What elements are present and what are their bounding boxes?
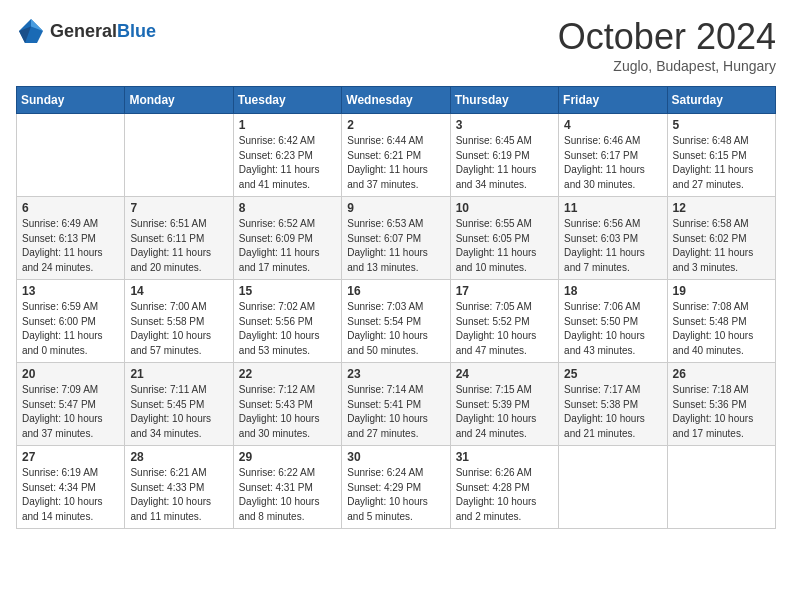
day-number: 12	[673, 201, 770, 215]
calendar-cell: 26Sunrise: 7:18 AMSunset: 5:36 PMDayligh…	[667, 363, 775, 446]
day-number: 18	[564, 284, 661, 298]
cell-info: Sunrise: 7:09 AMSunset: 5:47 PMDaylight:…	[22, 384, 103, 439]
title-block: October 2024 Zuglo, Budapest, Hungary	[558, 16, 776, 74]
calendar-cell: 17Sunrise: 7:05 AMSunset: 5:52 PMDayligh…	[450, 280, 558, 363]
calendar-cell: 12Sunrise: 6:58 AMSunset: 6:02 PMDayligh…	[667, 197, 775, 280]
day-number: 24	[456, 367, 553, 381]
month-title: October 2024	[558, 16, 776, 58]
week-row-1: 1Sunrise: 6:42 AMSunset: 6:23 PMDaylight…	[17, 114, 776, 197]
cell-info: Sunrise: 6:42 AMSunset: 6:23 PMDaylight:…	[239, 135, 320, 190]
calendar-cell: 2Sunrise: 6:44 AMSunset: 6:21 PMDaylight…	[342, 114, 450, 197]
calendar-cell: 7Sunrise: 6:51 AMSunset: 6:11 PMDaylight…	[125, 197, 233, 280]
cell-info: Sunrise: 7:06 AMSunset: 5:50 PMDaylight:…	[564, 301, 645, 356]
logo-text: GeneralBlue	[50, 21, 156, 42]
calendar-cell: 3Sunrise: 6:45 AMSunset: 6:19 PMDaylight…	[450, 114, 558, 197]
day-number: 14	[130, 284, 227, 298]
calendar-cell: 9Sunrise: 6:53 AMSunset: 6:07 PMDaylight…	[342, 197, 450, 280]
day-header-saturday: Saturday	[667, 87, 775, 114]
calendar-cell: 20Sunrise: 7:09 AMSunset: 5:47 PMDayligh…	[17, 363, 125, 446]
calendar-cell: 19Sunrise: 7:08 AMSunset: 5:48 PMDayligh…	[667, 280, 775, 363]
calendar-cell	[17, 114, 125, 197]
calendar-cell: 22Sunrise: 7:12 AMSunset: 5:43 PMDayligh…	[233, 363, 341, 446]
cell-info: Sunrise: 6:53 AMSunset: 6:07 PMDaylight:…	[347, 218, 428, 273]
calendar-cell: 4Sunrise: 6:46 AMSunset: 6:17 PMDaylight…	[559, 114, 667, 197]
cell-info: Sunrise: 6:22 AMSunset: 4:31 PMDaylight:…	[239, 467, 320, 522]
calendar-cell	[667, 446, 775, 529]
logo-blue: Blue	[117, 21, 156, 41]
day-number: 21	[130, 367, 227, 381]
day-header-sunday: Sunday	[17, 87, 125, 114]
cell-info: Sunrise: 7:03 AMSunset: 5:54 PMDaylight:…	[347, 301, 428, 356]
day-number: 1	[239, 118, 336, 132]
day-number: 15	[239, 284, 336, 298]
generalblue-logo-icon	[16, 16, 46, 46]
calendar-cell: 24Sunrise: 7:15 AMSunset: 5:39 PMDayligh…	[450, 363, 558, 446]
day-header-friday: Friday	[559, 87, 667, 114]
calendar-cell: 29Sunrise: 6:22 AMSunset: 4:31 PMDayligh…	[233, 446, 341, 529]
location: Zuglo, Budapest, Hungary	[558, 58, 776, 74]
calendar-table: SundayMondayTuesdayWednesdayThursdayFrid…	[16, 86, 776, 529]
cell-info: Sunrise: 6:58 AMSunset: 6:02 PMDaylight:…	[673, 218, 754, 273]
cell-info: Sunrise: 6:19 AMSunset: 4:34 PMDaylight:…	[22, 467, 103, 522]
cell-info: Sunrise: 7:17 AMSunset: 5:38 PMDaylight:…	[564, 384, 645, 439]
week-row-2: 6Sunrise: 6:49 AMSunset: 6:13 PMDaylight…	[17, 197, 776, 280]
day-number: 11	[564, 201, 661, 215]
calendar-cell: 13Sunrise: 6:59 AMSunset: 6:00 PMDayligh…	[17, 280, 125, 363]
cell-info: Sunrise: 7:12 AMSunset: 5:43 PMDaylight:…	[239, 384, 320, 439]
calendar-cell: 21Sunrise: 7:11 AMSunset: 5:45 PMDayligh…	[125, 363, 233, 446]
day-number: 29	[239, 450, 336, 464]
day-number: 26	[673, 367, 770, 381]
cell-info: Sunrise: 7:11 AMSunset: 5:45 PMDaylight:…	[130, 384, 211, 439]
calendar-cell: 5Sunrise: 6:48 AMSunset: 6:15 PMDaylight…	[667, 114, 775, 197]
day-number: 2	[347, 118, 444, 132]
calendar-body: 1Sunrise: 6:42 AMSunset: 6:23 PMDaylight…	[17, 114, 776, 529]
page-header: GeneralBlue October 2024 Zuglo, Budapest…	[16, 16, 776, 74]
logo: GeneralBlue	[16, 16, 156, 46]
day-number: 17	[456, 284, 553, 298]
day-number: 3	[456, 118, 553, 132]
day-number: 27	[22, 450, 119, 464]
day-number: 9	[347, 201, 444, 215]
day-number: 5	[673, 118, 770, 132]
week-row-3: 13Sunrise: 6:59 AMSunset: 6:00 PMDayligh…	[17, 280, 776, 363]
day-header-tuesday: Tuesday	[233, 87, 341, 114]
cell-info: Sunrise: 7:15 AMSunset: 5:39 PMDaylight:…	[456, 384, 537, 439]
cell-info: Sunrise: 7:00 AMSunset: 5:58 PMDaylight:…	[130, 301, 211, 356]
cell-info: Sunrise: 6:52 AMSunset: 6:09 PMDaylight:…	[239, 218, 320, 273]
day-number: 16	[347, 284, 444, 298]
calendar-cell: 8Sunrise: 6:52 AMSunset: 6:09 PMDaylight…	[233, 197, 341, 280]
calendar-cell: 14Sunrise: 7:00 AMSunset: 5:58 PMDayligh…	[125, 280, 233, 363]
calendar-cell	[559, 446, 667, 529]
day-number: 31	[456, 450, 553, 464]
day-number: 13	[22, 284, 119, 298]
day-number: 22	[239, 367, 336, 381]
day-header-wednesday: Wednesday	[342, 87, 450, 114]
day-number: 19	[673, 284, 770, 298]
day-number: 8	[239, 201, 336, 215]
day-number: 7	[130, 201, 227, 215]
day-number: 10	[456, 201, 553, 215]
cell-info: Sunrise: 6:51 AMSunset: 6:11 PMDaylight:…	[130, 218, 211, 273]
day-header-thursday: Thursday	[450, 87, 558, 114]
day-number: 28	[130, 450, 227, 464]
cell-info: Sunrise: 6:26 AMSunset: 4:28 PMDaylight:…	[456, 467, 537, 522]
day-header-monday: Monday	[125, 87, 233, 114]
calendar-cell: 11Sunrise: 6:56 AMSunset: 6:03 PMDayligh…	[559, 197, 667, 280]
day-number: 20	[22, 367, 119, 381]
header-row: SundayMondayTuesdayWednesdayThursdayFrid…	[17, 87, 776, 114]
calendar-cell: 18Sunrise: 7:06 AMSunset: 5:50 PMDayligh…	[559, 280, 667, 363]
calendar-cell: 28Sunrise: 6:21 AMSunset: 4:33 PMDayligh…	[125, 446, 233, 529]
day-number: 6	[22, 201, 119, 215]
cell-info: Sunrise: 6:46 AMSunset: 6:17 PMDaylight:…	[564, 135, 645, 190]
calendar-cell: 16Sunrise: 7:03 AMSunset: 5:54 PMDayligh…	[342, 280, 450, 363]
day-number: 25	[564, 367, 661, 381]
calendar-cell	[125, 114, 233, 197]
calendar-cell: 30Sunrise: 6:24 AMSunset: 4:29 PMDayligh…	[342, 446, 450, 529]
cell-info: Sunrise: 6:56 AMSunset: 6:03 PMDaylight:…	[564, 218, 645, 273]
calendar-cell: 23Sunrise: 7:14 AMSunset: 5:41 PMDayligh…	[342, 363, 450, 446]
calendar-cell: 10Sunrise: 6:55 AMSunset: 6:05 PMDayligh…	[450, 197, 558, 280]
cell-info: Sunrise: 6:48 AMSunset: 6:15 PMDaylight:…	[673, 135, 754, 190]
calendar-cell: 6Sunrise: 6:49 AMSunset: 6:13 PMDaylight…	[17, 197, 125, 280]
cell-info: Sunrise: 6:44 AMSunset: 6:21 PMDaylight:…	[347, 135, 428, 190]
logo-general: General	[50, 21, 117, 41]
